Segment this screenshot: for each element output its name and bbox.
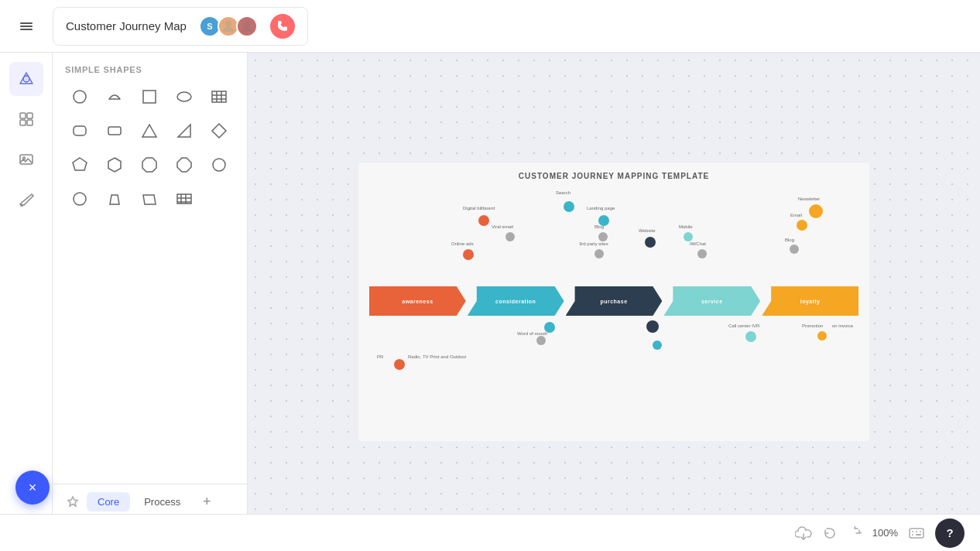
- shape-circle[interactable]: [65, 82, 94, 111]
- dot-c2: [653, 341, 662, 350]
- svg-rect-8: [27, 113, 33, 118]
- dot-blog: [598, 232, 608, 241]
- svg-marker-42: [68, 497, 77, 506]
- stage-loyalty: loyalty: [762, 286, 858, 316]
- cloud-icon[interactable]: [795, 526, 812, 540]
- dot-mobile: [684, 232, 693, 241]
- tab-process[interactable]: Process: [133, 492, 191, 512]
- stage-purchase: purchase: [566, 286, 663, 316]
- shape-square[interactable]: [135, 82, 164, 111]
- dot-newsletter: [809, 204, 823, 218]
- sidebar-item-grid[interactable]: [9, 102, 43, 136]
- shape-diamond[interactable]: [204, 116, 234, 145]
- dot-p1: [646, 320, 659, 333]
- favorites-tab[interactable]: [62, 491, 84, 512]
- section-label: SIMPLE SHAPES: [65, 65, 235, 74]
- keyboard-icon[interactable]: [909, 527, 924, 539]
- menu-button[interactable]: [12, 12, 40, 40]
- shape-arc[interactable]: [100, 82, 129, 111]
- fab-button[interactable]: ×: [15, 471, 50, 505]
- shape-circle-outline[interactable]: [65, 184, 94, 214]
- add-tab-button[interactable]: +: [196, 491, 218, 512]
- sidebar-item-shapes[interactable]: [9, 62, 43, 96]
- shape-rounded-rect[interactable]: [65, 116, 94, 145]
- svg-marker-30: [108, 158, 121, 172]
- dot-pr: [394, 359, 405, 370]
- svg-rect-25: [108, 127, 121, 135]
- sidebar-item-image[interactable]: [9, 142, 43, 176]
- svg-rect-11: [20, 155, 33, 164]
- svg-rect-10: [27, 120, 33, 125]
- svg-marker-26: [142, 125, 156, 137]
- svg-rect-19: [212, 91, 226, 102]
- svg-point-3: [225, 21, 231, 27]
- svg-marker-29: [73, 158, 87, 170]
- collaborators: S: [202, 15, 258, 37]
- shape-table[interactable]: [204, 82, 234, 111]
- shape-right-triangle[interactable]: [170, 116, 199, 145]
- svg-marker-27: [178, 125, 190, 137]
- dot-billboard: [478, 215, 489, 226]
- label-newsletter: Newsletter: [798, 197, 820, 201]
- shape-pentagon[interactable]: [65, 150, 94, 180]
- shape-ellipse[interactable]: [170, 82, 199, 111]
- diagram-title: CUSTOMER JOURNEY MAPPING TEMPLATE: [358, 172, 869, 180]
- svg-rect-17: [143, 91, 156, 103]
- title-box: Customer Journey Map S: [53, 7, 308, 46]
- label-callcenter: Call center IVR: [728, 323, 759, 328]
- undo-icon[interactable]: [823, 526, 837, 540]
- fab-icon: ×: [29, 480, 37, 496]
- svg-marker-28: [212, 124, 226, 138]
- svg-rect-46: [910, 529, 923, 538]
- label-mobile: Mobile: [679, 224, 693, 229]
- diagram-container: CUSTOMER JOURNEY MAPPING TEMPLATE Search…: [358, 163, 869, 441]
- dot-wom: [536, 336, 546, 345]
- label-website: Website: [639, 228, 656, 233]
- label-viral: Viral email: [492, 224, 513, 229]
- dot-viral: [505, 232, 515, 241]
- stage-consideration: consideration: [468, 286, 564, 316]
- svg-marker-36: [143, 195, 156, 204]
- shape-octagon[interactable]: [170, 150, 199, 180]
- redo-icon[interactable]: [848, 526, 862, 540]
- label-radio-tv: Radio, TV Print and Outdoor: [408, 354, 467, 359]
- label-imchat: IM/Chat: [690, 241, 706, 246]
- svg-marker-32: [177, 158, 191, 172]
- svg-marker-31: [142, 158, 156, 172]
- svg-marker-35: [110, 195, 119, 204]
- stage-awareness: awareness: [369, 286, 466, 316]
- dot-search: [564, 201, 574, 212]
- shape-triangle[interactable]: [135, 116, 164, 145]
- svg-rect-7: [20, 113, 26, 118]
- dot-imchat: [697, 249, 707, 258]
- shape-octagon-sm[interactable]: [135, 150, 164, 180]
- shape-table-2[interactable]: [170, 184, 199, 214]
- shape-circle-2[interactable]: [204, 150, 234, 180]
- svg-rect-24: [74, 126, 86, 135]
- label-billboard: Digital billboard: [463, 206, 495, 210]
- label-3rdparty: 3rd party sites: [579, 241, 608, 246]
- shape-hexagon[interactable]: [100, 150, 129, 180]
- shape-trapezoid[interactable]: [100, 184, 129, 214]
- bottom-bar: 100% ?: [0, 514, 980, 551]
- svg-point-18: [177, 92, 191, 101]
- zoom-level: 100%: [872, 527, 898, 539]
- journey-arrows: awareness consideration purchase service…: [369, 286, 858, 316]
- label-blog-r: Blog: [785, 238, 794, 242]
- label-email: Email: [790, 213, 802, 217]
- canvas-area[interactable]: CUSTOMER JOURNEY MAPPING TEMPLATE Search…: [248, 53, 980, 551]
- svg-rect-9: [20, 120, 26, 125]
- svg-point-33: [213, 159, 225, 171]
- shapes-grid: [65, 82, 235, 214]
- svg-point-15: [74, 91, 86, 103]
- shape-rounded-rect-2[interactable]: [100, 116, 129, 145]
- shape-parallelogram[interactable]: [135, 184, 164, 214]
- help-button[interactable]: ?: [935, 518, 965, 548]
- dot-website: [645, 237, 656, 248]
- label-wom: Word of mouth: [517, 331, 547, 336]
- svg-point-6: [23, 76, 29, 82]
- sidebar-item-draw[interactable]: [9, 183, 43, 217]
- shapes-panel: SIMPLE SHAPES: [53, 53, 248, 551]
- tab-core[interactable]: Core: [87, 492, 130, 512]
- call-button[interactable]: [270, 14, 295, 39]
